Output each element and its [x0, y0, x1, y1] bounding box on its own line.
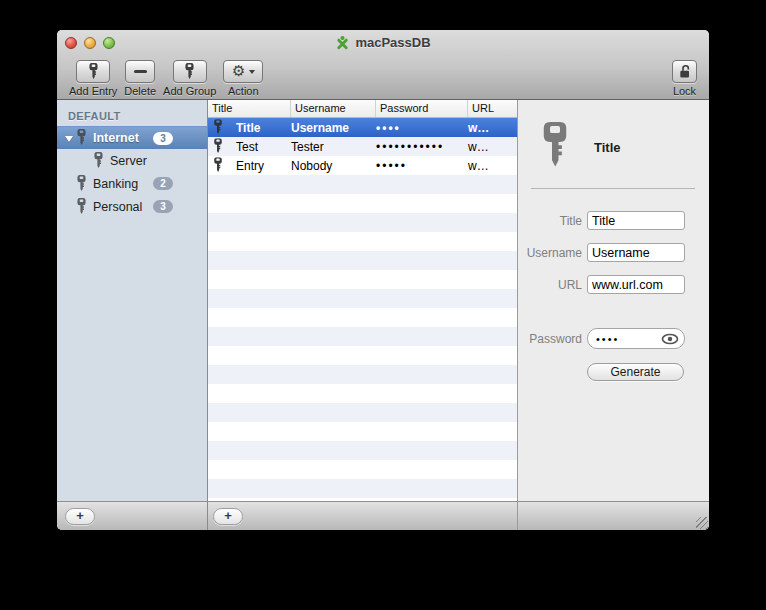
key-icon: [213, 157, 223, 174]
key-icon: [213, 119, 223, 136]
cell-username: Nobody: [291, 159, 376, 173]
table-row-empty: [208, 289, 517, 308]
column-header-username[interactable]: Username: [291, 100, 376, 117]
generate-button[interactable]: Generate: [587, 363, 684, 381]
entry-table: Title Username Password URL TitleUsernam…: [208, 100, 517, 501]
detail-form: Title Username URL Password: [518, 211, 709, 381]
table-header: Title Username Password URL: [208, 100, 517, 118]
table-row-empty: [208, 460, 517, 479]
resize-grip[interactable]: [696, 517, 708, 529]
table-row-empty: [208, 384, 517, 403]
url-field-label: URL: [518, 278, 582, 292]
count-badge: 2: [153, 177, 173, 190]
table-row-empty: [208, 232, 517, 251]
table-add-button[interactable]: +: [213, 508, 243, 525]
key-icon: [213, 138, 223, 155]
eye-icon[interactable]: [661, 333, 679, 345]
cell-url: w…: [468, 121, 517, 135]
sidebar-list: Internet3ServerBanking2Personal3: [57, 126, 207, 218]
detail-divider[interactable]: [517, 100, 518, 530]
bottom-bar: + +: [57, 501, 709, 530]
column-header-password[interactable]: Password: [376, 100, 468, 117]
table-row[interactable]: TitleUsername••••w…: [208, 118, 517, 137]
key-icon: [76, 129, 87, 147]
cell-username: Username: [291, 121, 376, 135]
titlebar[interactable]: macPassDB: [57, 30, 709, 55]
sidebar-divider[interactable]: [207, 100, 208, 530]
delete-button[interactable]: [125, 60, 155, 83]
sidebar-add-button[interactable]: +: [65, 508, 95, 525]
key-icon: [93, 152, 104, 170]
sidebar-item-personal[interactable]: Personal3: [57, 195, 207, 218]
tool-label: Delete: [124, 85, 156, 97]
table-row-empty: [208, 479, 517, 498]
table-row-empty: [208, 422, 517, 441]
table-row-empty: [208, 270, 517, 289]
count-badge: 3: [153, 132, 173, 145]
cell-password-dots: •••••: [376, 159, 468, 173]
column-header-title[interactable]: Title: [208, 100, 291, 117]
username-field-label: Username: [518, 246, 582, 260]
table-row[interactable]: TestTester•••••••••••w…: [208, 137, 517, 156]
table-row-empty: [208, 441, 517, 460]
url-field[interactable]: [587, 275, 685, 294]
table-row-empty: [208, 251, 517, 270]
username-field[interactable]: [587, 243, 685, 262]
cell-url: w…: [468, 159, 517, 173]
minus-icon: [134, 70, 147, 74]
cell-title: Test: [236, 140, 258, 154]
key-icon: [88, 63, 99, 81]
sidebar-item-banking[interactable]: Banking2: [57, 172, 207, 195]
table-row[interactable]: EntryNobody•••••w…: [208, 156, 517, 175]
table-row-empty: [208, 346, 517, 365]
detail-heading: Title: [594, 140, 621, 155]
column-header-url[interactable]: URL: [468, 100, 517, 117]
cell-url: w…: [468, 140, 517, 154]
tool-label: Action: [228, 85, 259, 97]
padlock-icon: [677, 63, 693, 80]
app-window: macPassDB Add Entry Delete: [57, 30, 709, 530]
sidebar-item-label: Personal: [93, 200, 142, 214]
table-row-empty: [208, 175, 517, 194]
cell-title: Entry: [236, 159, 264, 173]
count-badge: 3: [153, 200, 173, 213]
table-row-empty: [208, 327, 517, 346]
tool-add-group: Add Group: [163, 60, 216, 97]
sidebar-item-label: Internet: [93, 131, 139, 145]
sidebar-item-server[interactable]: Server: [57, 149, 207, 172]
window-title: macPassDB: [355, 35, 430, 50]
cell-password-dots: •••••••••••: [376, 140, 468, 154]
table-body: TitleUsername••••w…TestTester•••••••••••…: [208, 118, 517, 517]
action-button[interactable]: ⚙: [223, 60, 263, 83]
detail-panel: Title Title Username URL Password: [518, 100, 709, 501]
window-header: macPassDB Add Entry Delete: [57, 30, 709, 100]
cell-username: Tester: [291, 140, 376, 154]
tool-label: Lock: [673, 85, 696, 97]
sidebar-item-internet[interactable]: Internet3: [57, 126, 207, 149]
add-group-button[interactable]: [173, 60, 207, 83]
app-icon: [335, 35, 350, 50]
lock-button[interactable]: [672, 60, 697, 83]
tool-action: ⚙ Action: [223, 60, 263, 97]
tool-label: Add Entry: [69, 85, 117, 97]
add-entry-button[interactable]: [76, 60, 110, 83]
key-icon: [184, 63, 195, 81]
gear-icon: ⚙: [232, 64, 245, 79]
key-icon: [76, 198, 87, 216]
sidebar-item-label: Server: [110, 154, 147, 168]
key-icon-large: [540, 122, 570, 172]
table-row-empty: [208, 403, 517, 422]
sidebar-section-header: DEFAULT: [68, 110, 207, 122]
sidebar: DEFAULT Internet3ServerBanking2Personal3: [57, 100, 207, 501]
title-field[interactable]: [587, 211, 685, 230]
divider: [531, 188, 695, 189]
disclosure-triangle-icon[interactable]: [65, 131, 76, 145]
chevron-down-icon: [249, 70, 255, 74]
key-icon: [76, 175, 87, 193]
toolbar: Add Entry Delete Add Group ⚙: [57, 55, 709, 100]
table-row-empty: [208, 213, 517, 232]
main-content: DEFAULT Internet3ServerBanking2Personal3…: [57, 100, 709, 501]
table-row-empty: [208, 308, 517, 327]
title-field-label: Title: [518, 214, 582, 228]
table-row-empty: [208, 365, 517, 384]
